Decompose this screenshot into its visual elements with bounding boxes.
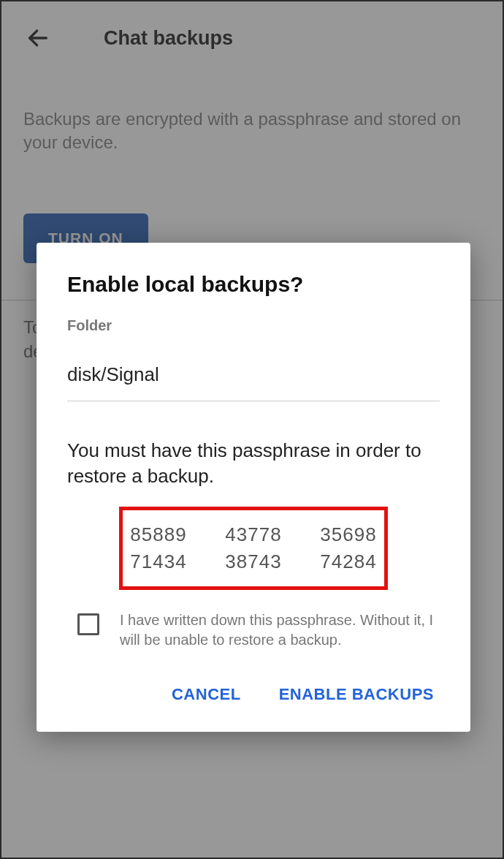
passphrase-chunk: 43778: [225, 523, 281, 546]
passphrase-chunk: 38743: [225, 550, 281, 573]
cancel-button[interactable]: CANCEL: [169, 679, 244, 710]
dialog-actions: CANCEL ENABLE BACKUPS: [67, 679, 440, 710]
dialog-title: Enable local backups?: [67, 272, 440, 297]
passphrase-grid: 85889 43778 35698 71434 38743 74284: [123, 523, 384, 573]
enable-backups-button[interactable]: ENABLE BACKUPS: [276, 679, 437, 710]
folder-label: Folder: [67, 317, 440, 334]
passphrase-chunk: 35698: [320, 523, 376, 546]
passphrase-chunk: 74284: [320, 550, 376, 573]
enable-backups-dialog: Enable local backups? Folder disk/Signal…: [37, 243, 470, 732]
passphrase-highlight-frame: 85889 43778 35698 71434 38743 74284: [119, 507, 388, 590]
folder-value[interactable]: disk/Signal: [67, 363, 440, 401]
passphrase-instruction: You must have this passphrase in order t…: [67, 438, 440, 489]
confirm-text: I have written down this passphrase. Wit…: [120, 610, 440, 650]
passphrase-chunk: 71434: [130, 550, 186, 573]
confirm-checkbox[interactable]: [77, 613, 99, 635]
confirm-row[interactable]: I have written down this passphrase. Wit…: [77, 610, 440, 650]
passphrase-chunk: 85889: [130, 523, 186, 546]
